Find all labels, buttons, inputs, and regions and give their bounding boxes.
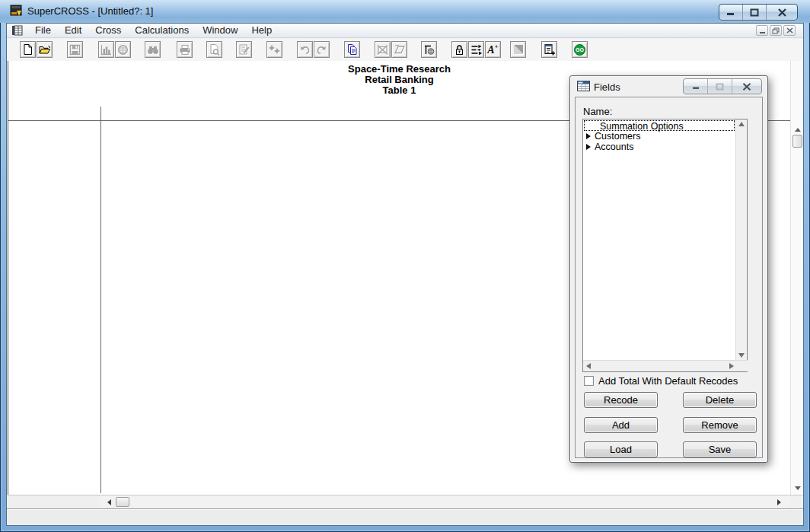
list-item-accounts[interactable]: Accounts [584,142,735,152]
toolbar-group-edit [236,41,252,58]
copy-button[interactable] [344,41,360,58]
close-button[interactable] [767,5,797,20]
toolbar-group-copy [344,41,360,58]
new-derivation-button[interactable] [541,41,557,58]
new-table-button[interactable] [20,41,36,58]
toolbar-group-go: GO [572,41,588,58]
open-button[interactable] [37,41,53,58]
field-summary-button[interactable] [468,41,484,58]
menu-bar: File Edit Cross Calculations Window Help [7,24,803,38]
field-summary-icon [470,44,482,56]
fields-list: Summation Options Customers Accounts [584,120,735,152]
go-button[interactable]: GO [572,41,588,58]
list-item-label: Summation Options [600,121,684,132]
toolbar-group-derivations [266,41,282,58]
undo-button[interactable] [297,41,313,58]
font-size-button[interactable]: A+ [485,41,501,58]
toolbar-group-print [177,41,193,58]
list-item-customers[interactable]: Customers [584,131,735,142]
document-system-icon[interactable] [11,25,23,36]
toolbar-group-preview [206,41,222,58]
redo-icon [316,45,327,55]
find-button[interactable] [145,41,161,58]
scroll-left-button[interactable] [104,495,114,508]
bar-graph-icon [100,44,112,56]
scroll-down-button[interactable] [791,483,804,493]
redo-button[interactable] [314,41,330,58]
menu-item-file[interactable]: File [28,24,58,37]
print-preview-icon [209,43,220,56]
table-title-line-1: Space-Time Research [8,64,790,75]
toolbar-group-shading [510,41,526,58]
add-button[interactable]: Add [584,417,658,433]
shading-button[interactable] [510,41,526,58]
edit-annotations-icon [238,43,250,56]
list-scroll-down-icon[interactable] [738,353,745,358]
recode-button[interactable]: Recode [584,392,658,408]
print-icon [179,44,191,56]
edit-annotations-button[interactable] [236,41,252,58]
list-vertical-scrollbar[interactable] [735,119,747,360]
scrollbar-corner [790,495,803,508]
menu-item-window[interactable]: Window [196,24,244,37]
fields-close-button[interactable] [732,79,761,94]
toolbar-group-format: A+ [451,41,501,58]
list-item-summation-options[interactable]: Summation Options [584,120,735,131]
scrollbar-left-filler [8,495,100,508]
print-preview-button[interactable] [206,41,222,58]
clear-table-button[interactable] [375,41,391,58]
scroll-right-button[interactable] [774,495,784,508]
rotate-table-button[interactable] [391,41,407,58]
rotate-table-icon [394,44,406,55]
menu-item-help[interactable]: Help [244,24,279,37]
list-horizontal-scrollbar[interactable] [583,360,748,371]
toolbar-group-layout [375,41,407,58]
table-vertical-rule [100,107,101,493]
load-button[interactable]: Load [584,441,658,457]
mdi-close-button[interactable] [783,25,796,36]
menu-item-calculations[interactable]: Calculations [128,24,196,37]
zero-suppression-button[interactable] [421,41,437,58]
derivations-button[interactable] [266,41,282,58]
mdi-restore-button[interactable] [770,25,782,36]
go-label: GO [572,42,587,57]
toolbar-group-new-derivation [541,41,557,58]
clear-table-icon [377,44,388,56]
minimize-button[interactable] [719,5,743,20]
scroll-up-button[interactable] [791,125,804,135]
list-scroll-up-icon[interactable] [738,122,745,126]
fields-listbox[interactable]: Summation Options Customers Accounts [582,119,748,372]
bar-graph-button[interactable] [98,41,114,58]
window-caption-buttons [719,4,798,21]
open-icon [38,44,51,56]
lock-button[interactable] [451,41,467,58]
new-table-icon [22,43,33,56]
horizontal-scrollbar[interactable] [100,495,790,508]
fields-maximize-button[interactable] [708,79,732,94]
remove-button[interactable]: Remove [683,417,757,433]
pie-map-button[interactable] [115,41,131,58]
menu-item-cross[interactable]: Cross [88,24,128,37]
delete-button[interactable]: Delete [683,392,757,408]
horizontal-scrollbar-thumb[interactable] [116,497,129,507]
copy-icon [346,43,358,56]
mdi-minimize-button[interactable] [756,25,768,36]
vertical-scrollbar-thumb[interactable] [792,135,802,148]
fields-minimize-button[interactable] [684,79,708,94]
toolbar-group-undo [297,41,330,58]
save-button[interactable] [67,41,83,58]
save-button[interactable]: Save [683,441,757,457]
list-scroll-left-icon[interactable] [586,363,591,369]
expand-arrow-icon[interactable] [586,133,591,139]
menu-item-edit[interactable]: Edit [58,24,88,37]
vertical-scrollbar[interactable] [790,61,803,495]
expand-arrow-icon[interactable] [586,144,591,150]
add-total-checkbox[interactable] [584,376,594,386]
font-size-icon: A+ [487,43,498,56]
lock-icon [454,44,464,56]
list-scroll-right-icon[interactable] [729,363,734,369]
fields-dialog-titlebar[interactable]: Fields [570,76,767,97]
maximize-button[interactable] [743,5,767,20]
status-bar [7,508,803,525]
print-button[interactable] [177,41,193,58]
